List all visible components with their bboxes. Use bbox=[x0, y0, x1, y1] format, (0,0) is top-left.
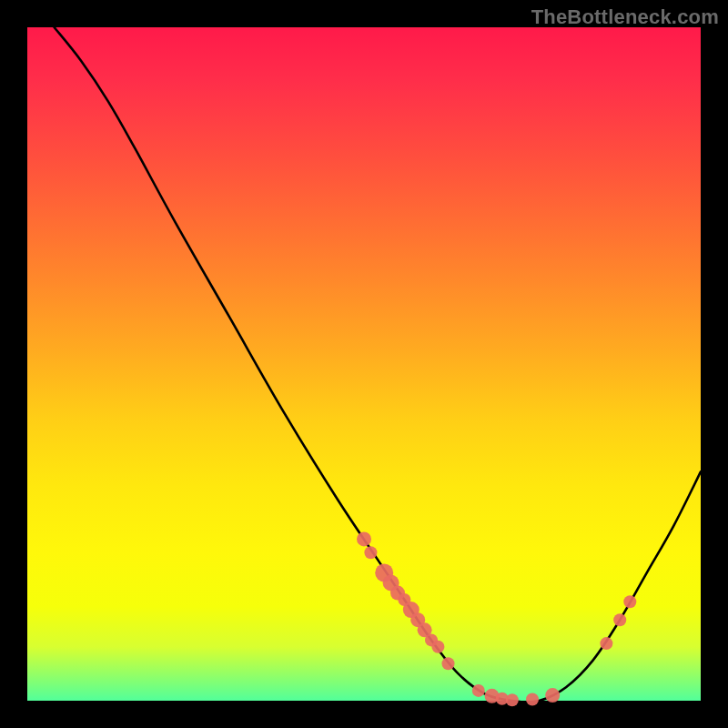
marker-group bbox=[357, 531, 636, 706]
watermark-text: TheBottleneck.com bbox=[531, 5, 719, 29]
data-marker bbox=[431, 641, 444, 653]
plot-area bbox=[27, 27, 701, 701]
data-marker bbox=[364, 546, 377, 559]
data-marker bbox=[613, 613, 626, 626]
data-marker bbox=[472, 684, 485, 697]
data-marker bbox=[526, 693, 539, 706]
data-marker bbox=[623, 595, 636, 608]
data-marker bbox=[506, 693, 519, 706]
data-marker bbox=[545, 688, 560, 703]
data-marker bbox=[600, 637, 612, 650]
data-marker bbox=[357, 531, 371, 546]
curve-path bbox=[55, 27, 701, 703]
chart-svg bbox=[27, 27, 701, 701]
data-marker bbox=[442, 657, 455, 670]
chart-container: TheBottleneck.com bbox=[0, 0, 728, 728]
